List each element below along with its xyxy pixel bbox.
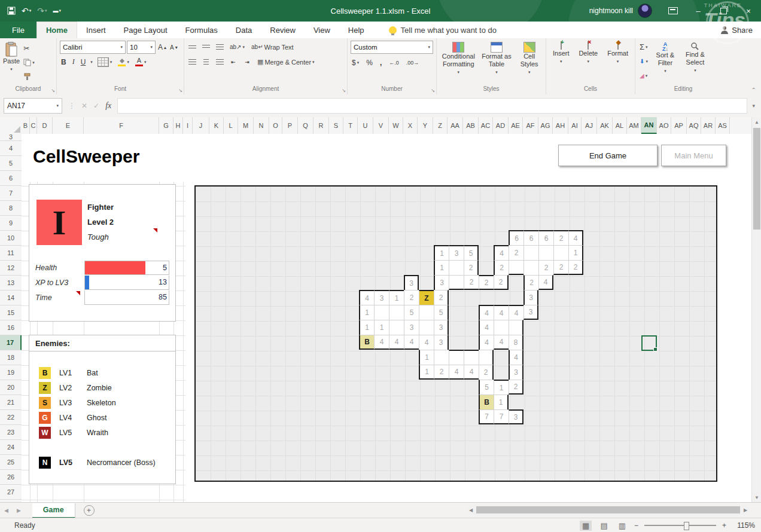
decrease-decimal-button[interactable]: .00→: [405, 56, 421, 69]
zoom-out-icon[interactable]: −: [634, 521, 638, 530]
column-header-AL[interactable]: AL: [613, 117, 627, 134]
column-header-S[interactable]: S: [329, 117, 343, 134]
board-cell-r2c5[interactable]: 1: [434, 260, 449, 275]
normal-view-icon[interactable]: ▦: [580, 521, 592, 531]
collapse-ribbon-button[interactable]: ⌃: [751, 87, 756, 93]
game-board[interactable]: 6662413542112222233222244312Z23155444311…: [194, 185, 717, 482]
board-cell-r0c13[interactable]: 2: [553, 230, 568, 245]
enter-formula-icon[interactable]: ✓: [93, 102, 99, 110]
board-cell-r8c7[interactable]: [464, 350, 479, 365]
board-cell-r3c9[interactable]: 2: [494, 275, 509, 290]
conditional-formatting-button[interactable]: Conditional Formatting▾: [440, 41, 477, 84]
name-box-dropdown-icon[interactable]: ▾: [56, 103, 59, 108]
font-family-combobox[interactable]: Calibri▾: [60, 41, 126, 54]
board-cell-r2c7[interactable]: 2: [464, 260, 479, 275]
row-header-10[interactable]: 10: [0, 231, 22, 246]
column-header-AG[interactable]: AG: [538, 117, 553, 134]
percent-style-button[interactable]: %: [365, 56, 374, 69]
find-select-button[interactable]: Find & Select▾: [681, 41, 709, 84]
board-cell-r1c7[interactable]: 5: [464, 245, 479, 260]
board-cell-r4c5[interactable]: 2: [434, 290, 449, 305]
page-break-view-icon[interactable]: ▥: [616, 521, 628, 531]
board-cell-r6c0[interactable]: 1: [359, 320, 374, 335]
row-header-12[interactable]: 12: [0, 261, 22, 276]
copy-button[interactable]: ▾: [22, 56, 36, 69]
column-header-AA[interactable]: AA: [448, 117, 463, 134]
board-cell-r10c9[interactable]: 1: [494, 380, 509, 395]
board-cell-r9c10[interactable]: 3: [509, 365, 523, 380]
align-center-icon[interactable]: [201, 57, 211, 67]
format-cells-button[interactable]: ◆ Format▾: [607, 41, 628, 84]
undo-button[interactable]: ↶▾: [22, 6, 31, 16]
scroll-up-icon[interactable]: ▲: [752, 117, 761, 127]
board-cell-r9c7[interactable]: 4: [464, 365, 479, 380]
board-cell-r7c5[interactable]: 3: [434, 335, 449, 350]
board-cell-r11c8[interactable]: B: [479, 395, 494, 409]
underline-button[interactable]: U: [80, 56, 87, 68]
row-header-17[interactable]: 17: [0, 335, 22, 350]
board-cell-r3c11[interactable]: 2: [523, 275, 538, 290]
row-header-7[interactable]: 7: [0, 186, 22, 201]
font-dialog-launcher[interactable]: ↘: [178, 88, 182, 93]
column-header-AP[interactable]: AP: [671, 117, 687, 134]
sheet-tab-game[interactable]: Game: [32, 503, 75, 518]
new-sheet-button[interactable]: +: [84, 505, 95, 516]
column-header-R[interactable]: R: [313, 117, 329, 134]
board-cell-r8c4[interactable]: 1: [419, 350, 434, 365]
format-as-table-button[interactable]: Format as Table▾: [480, 41, 513, 84]
board-cell-r7c3[interactable]: 4: [404, 335, 419, 350]
clipboard-dialog-launcher[interactable]: ↘: [51, 88, 55, 93]
board-cell-r10c8[interactable]: 5: [479, 380, 494, 395]
zoom-in-icon[interactable]: +: [722, 521, 726, 530]
ribbon-tab-view[interactable]: View: [305, 22, 339, 38]
row-header-11[interactable]: 11: [0, 246, 22, 261]
active-cell-AN17[interactable]: [641, 335, 657, 351]
board-cell-r5c3[interactable]: 5: [404, 305, 419, 320]
increase-indent-icon[interactable]: ⇥: [242, 57, 252, 67]
ribbon-tab-insert[interactable]: Insert: [77, 22, 115, 38]
board-cell-r5c10[interactable]: 4: [509, 305, 523, 320]
restore-button[interactable]: [711, 0, 736, 22]
board-cell-r3c6[interactable]: [449, 275, 464, 290]
board-cell-r9c8[interactable]: 2: [479, 365, 494, 380]
sort-filter-button[interactable]: AZ↓ Sort & Filter▾: [652, 41, 679, 84]
column-header-U[interactable]: U: [358, 117, 373, 134]
column-header-X[interactable]: X: [403, 117, 418, 134]
board-cell-r8c10[interactable]: 4: [509, 350, 523, 365]
board-cell-r6c3[interactable]: 3: [404, 320, 419, 335]
increase-decimal-button[interactable]: ←.0: [388, 56, 400, 69]
board-cell-r0c14[interactable]: 4: [568, 230, 583, 245]
column-header-AN[interactable]: AN: [641, 117, 657, 134]
column-header-AB[interactable]: AB: [463, 117, 479, 134]
align-left-icon[interactable]: [187, 57, 197, 67]
board-cell-r2c9[interactable]: 2: [494, 260, 509, 275]
accounting-format-button[interactable]: $▾: [351, 56, 360, 69]
row-header-13[interactable]: 13: [0, 276, 22, 291]
board-cell-r9c6[interactable]: 4: [449, 365, 464, 380]
underline-dropdown[interactable]: ▾: [90, 60, 93, 65]
italic-button[interactable]: I: [71, 56, 76, 68]
column-header-AH[interactable]: AH: [553, 117, 568, 134]
vertical-scroll-thumb[interactable]: [753, 128, 760, 230]
row-header-3[interactable]: 3: [0, 134, 22, 141]
board-cell-r1c10[interactable]: 2: [509, 245, 523, 260]
paste-button[interactable]: Paste▾: [3, 41, 20, 84]
board-cell-r7c1[interactable]: 4: [374, 335, 389, 350]
board-cell-r11c9[interactable]: 1: [494, 395, 509, 409]
column-header-J[interactable]: J: [193, 117, 209, 134]
row-header-23[interactable]: 23: [0, 425, 22, 440]
row-header-9[interactable]: 9: [0, 216, 22, 231]
board-cell-r4c3[interactable]: 2: [404, 290, 419, 305]
board-cell-r5c5[interactable]: 5: [434, 305, 449, 320]
page-layout-view-icon[interactable]: ▤: [598, 521, 610, 531]
column-header-AO[interactable]: AO: [657, 117, 671, 134]
column-header-E[interactable]: E: [53, 117, 84, 134]
autosum-button[interactable]: Σ▾: [638, 41, 649, 53]
main-menu-button[interactable]: Main Menu: [661, 145, 726, 166]
board-cell-r5c2[interactable]: [389, 305, 404, 320]
row-header-15[interactable]: 15: [0, 305, 22, 320]
font-color-button[interactable]: A ▾: [134, 56, 148, 68]
scroll-left-icon[interactable]: ◀: [467, 507, 475, 513]
horizontal-scrollbar[interactable]: ◀ ▶: [467, 505, 750, 515]
comment-indicator[interactable]: [153, 228, 157, 233]
